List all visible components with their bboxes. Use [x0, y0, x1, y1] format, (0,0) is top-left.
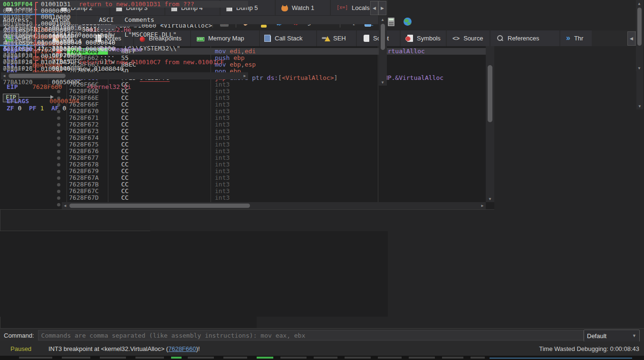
command-input[interactable] — [38, 330, 584, 341]
gutter-dot-icon[interactable] — [57, 190, 60, 193]
disasm-row[interactable]: 7628F673CCint3 — [0, 128, 486, 135]
scroll-down-icon[interactable]: ▼ — [379, 79, 386, 86]
tab-thr[interactable]: »Thr — [560, 30, 592, 46]
stack-address: 0019FF10 — [3, 20, 33, 27]
gutter-dot-icon[interactable] — [57, 156, 60, 160]
instruction-text: int3 — [215, 168, 230, 175]
stack-comment: return to new.01001D31 from ??? — [79, 1, 194, 8]
globe-icon — [404, 18, 412, 26]
instruction-text: int3 — [215, 195, 230, 201]
breakpoint-address-link[interactable]: 7628F660 — [168, 345, 196, 352]
taskbar-edge — [0, 356, 644, 360]
scroll-right-icon[interactable]: ▶ — [479, 202, 486, 209]
tab-watch-1[interactable]: Watch 1 — [276, 0, 330, 15]
scroll-down-icon[interactable]: ▼ — [636, 65, 643, 71]
disasm-row[interactable]: 7628F67BCCint3 — [0, 181, 486, 188]
disasm-horizontal-scrollbar[interactable]: ◀ ▶ — [62, 202, 486, 209]
status-message-suffix: )! — [196, 345, 200, 352]
instruction-text: int3 — [215, 95, 230, 101]
stack-frame-bracket — [35, 20, 39, 27]
dump-row[interactable]: 77BA10200005000C — [0, 79, 378, 86]
gutter-dot-icon[interactable] — [57, 163, 60, 166]
instruction-address: 7628F677 — [67, 155, 108, 161]
stack-hscroll-thumb[interactable] — [9, 74, 66, 78]
symbols-icon — [407, 35, 413, 42]
taskbar-segment — [223, 357, 247, 359]
tab-source[interactable]: <>Source — [447, 30, 490, 46]
stack-row[interactable]: 0019FF2C01008040new.01008040 — [0, 66, 248, 72]
disasm-row[interactable]: 7628F676CCint3 — [0, 148, 486, 155]
gutter-dot-icon[interactable] — [57, 136, 60, 140]
dump-vertical-scrollbar[interactable]: ▲ ▼ — [379, 16, 387, 86]
dump-vscroll-thumb[interactable] — [381, 24, 385, 50]
disasm-row[interactable]: 7628F675CCint3 — [0, 141, 486, 148]
gutter-dot-icon[interactable] — [57, 123, 60, 126]
stack-row[interactable]: 0019FF0800000000 — [0, 8, 248, 14]
dump-panel[interactable]: Dump 1Dump 2Dump 3Dump 4Dump 5Watch 1[x=… — [0, 231, 388, 317]
register-row[interactable] — [0, 90, 141, 97]
dump-tab-scroll-left-button[interactable]: ◀ — [370, 1, 378, 15]
tab-scroll-left-button[interactable]: ◀ — [627, 31, 635, 46]
stack-row[interactable]: 0019FF1400000040 — [0, 27, 248, 33]
gutter-dot-icon[interactable] — [57, 143, 60, 146]
dump-tab-scroll-right-button[interactable]: ▶ — [378, 1, 386, 15]
disasm-vertical-scrollbar[interactable]: ▼ — [486, 46, 494, 202]
stack-row[interactable]: 0019FF207628E200kernel32.HeapFree — [0, 46, 248, 53]
disasm-row[interactable]: 7628F679CCint3 — [0, 168, 486, 175]
gutter-dot-icon[interactable] — [57, 196, 60, 200]
watch-icon — [281, 6, 288, 11]
disasm-row[interactable]: 7628F67DCCint3 — [0, 195, 486, 201]
scroll-up-icon[interactable]: ▲ — [636, 0, 643, 7]
gutter-dot-icon[interactable] — [57, 117, 60, 120]
gutter-dot-icon[interactable] — [57, 150, 60, 153]
flags-row[interactable]: ZF 0 PF 1 AF 0 — [7, 105, 147, 112]
scroll-down-icon[interactable]: ▼ — [636, 103, 643, 109]
scroll-left-icon[interactable]: ◀ — [1, 72, 8, 79]
gutter-dot-icon[interactable] — [57, 176, 60, 180]
stack-row[interactable]: 0019FF240019FF70 — [0, 53, 248, 59]
scroll-right-icon[interactable]: ▶ — [241, 72, 248, 79]
stack-vscroll-thumb[interactable] — [637, 8, 642, 46]
stack-row[interactable]: 0019FF0C00010000 — [0, 14, 248, 20]
command-profile-select[interactable]: Default ▼ — [584, 330, 640, 342]
stack-row[interactable]: 0019FF1000001000 — [0, 20, 248, 27]
instruction-text: int3 — [215, 161, 230, 168]
stack-row[interactable]: 0019FF1800000000 — [0, 33, 248, 40]
gutter-dot-icon[interactable] — [57, 170, 60, 173]
disasm-row[interactable]: 7628F674CCint3 — [0, 135, 486, 141]
stack-value: 00010000 — [41, 14, 71, 20]
register-value: 00000304 — [49, 97, 79, 105]
globe-button[interactable] — [400, 15, 414, 29]
references-icon — [496, 35, 504, 42]
instruction-text: int3 — [215, 101, 230, 108]
instruction-bytes: CC — [121, 195, 129, 201]
scroll-down-icon[interactable]: ▼ — [487, 195, 493, 202]
gutter-dot-icon[interactable] — [57, 183, 60, 186]
tab-symbols[interactable]: Symbols — [401, 30, 446, 46]
disasm-row[interactable]: 7628F67CCCint3 — [0, 188, 486, 195]
stack-address: 0019FF0C — [3, 14, 33, 20]
stack-address: 0019FF20 — [3, 46, 33, 53]
stack-row[interactable]: 0019FF1C00000000 — [0, 40, 248, 47]
stack-horizontal-scrollbar[interactable]: ◀ ▶ — [1, 72, 248, 79]
disasm-row[interactable]: 7628F671CCint3 — [0, 115, 486, 121]
scroll-up-icon[interactable]: ▲ — [379, 16, 386, 23]
stack-vertical-scrollbar[interactable]: ▲ ▼ — [636, 0, 643, 71]
register-row[interactable]: EFLAGS00000304 — [0, 97, 141, 105]
scroll-left-icon[interactable]: ◀ — [62, 202, 68, 209]
stack-address: 0019FF04 — [3, 1, 33, 8]
stack-row[interactable]: 0019FF0401001D31return to new.01001D31 f… — [0, 1, 248, 8]
disasm-row[interactable]: 7628F67ACCint3 — [0, 175, 486, 181]
disasm-row[interactable]: 7628F672CCint3 — [0, 121, 486, 128]
taskbar-segment — [345, 357, 371, 359]
disasm-vscroll-thumb[interactable] — [488, 65, 492, 122]
gutter-dot-icon[interactable] — [57, 130, 60, 133]
disasm-row[interactable]: 7628F677CCint3 — [0, 155, 486, 161]
instruction-bytes: CC — [121, 128, 129, 135]
disasm-row[interactable]: 7628F678CCint3 — [0, 161, 486, 168]
stack-row[interactable]: 0019FF28010010C7return to new.010010C7 f… — [0, 59, 248, 66]
tab-references[interactable]: References — [490, 30, 559, 46]
chevron-left-icon: ◀ — [630, 36, 633, 41]
disasm-hscroll-thumb[interactable] — [69, 204, 250, 208]
locals-icon: [x=] — [336, 4, 348, 11]
